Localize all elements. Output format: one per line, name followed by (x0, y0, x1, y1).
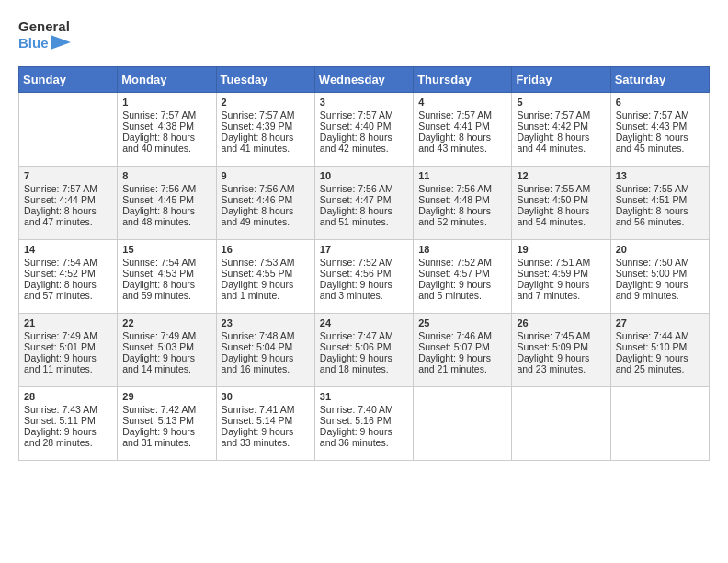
daylight-text: Daylight: 9 hours and 36 minutes. (320, 426, 392, 448)
daylight-text: Daylight: 8 hours and 42 minutes. (320, 132, 392, 154)
daylight-text: Daylight: 8 hours and 44 minutes. (517, 132, 589, 154)
day-number: 5 (517, 97, 605, 108)
day-cell: 23 Sunrise: 7:48 AM Sunset: 5:04 PM Dayl… (216, 314, 314, 387)
day-cell: 19 Sunrise: 7:51 AM Sunset: 4:59 PM Dayl… (512, 240, 610, 314)
day-cell: 4 Sunrise: 7:57 AM Sunset: 4:41 PM Dayli… (414, 93, 512, 167)
day-number: 14 (24, 244, 112, 255)
day-number: 21 (24, 317, 112, 328)
week-row-1: 1 Sunrise: 7:57 AM Sunset: 4:38 PM Dayli… (19, 93, 710, 167)
header-thursday: Thursday (414, 67, 512, 93)
day-number: 19 (517, 244, 605, 255)
day-cell: 11 Sunrise: 7:56 AM Sunset: 4:48 PM Dayl… (414, 167, 512, 240)
day-number: 18 (418, 244, 506, 255)
daylight-text: Daylight: 9 hours and 7 minutes. (517, 279, 589, 301)
day-cell: 13 Sunrise: 7:55 AM Sunset: 4:51 PM Dayl… (610, 167, 709, 240)
sunrise-text: Sunrise: 7:51 AM (517, 257, 590, 268)
day-number: 27 (616, 317, 704, 328)
daylight-text: Daylight: 9 hours and 18 minutes. (320, 352, 392, 374)
day-cell: 20 Sunrise: 7:50 AM Sunset: 5:00 PM Dayl… (610, 240, 709, 314)
sunrise-text: Sunrise: 7:53 AM (222, 257, 295, 268)
day-cell: 18 Sunrise: 7:52 AM Sunset: 4:57 PM Dayl… (414, 240, 512, 314)
day-number: 3 (320, 97, 408, 108)
sunrise-text: Sunrise: 7:44 AM (616, 330, 689, 341)
week-row-2: 7 Sunrise: 7:57 AM Sunset: 4:44 PM Dayli… (19, 167, 710, 240)
daylight-text: Daylight: 9 hours and 5 minutes. (418, 279, 491, 301)
day-cell: 8 Sunrise: 7:56 AM Sunset: 4:45 PM Dayli… (118, 167, 216, 240)
daylight-text: Daylight: 8 hours and 51 minutes. (320, 205, 392, 227)
daylight-text: Daylight: 8 hours and 54 minutes. (517, 205, 589, 227)
day-number: 22 (122, 317, 210, 328)
day-cell: 28 Sunrise: 7:43 AM Sunset: 5:11 PM Dayl… (19, 387, 118, 461)
day-number: 17 (320, 244, 408, 255)
sunset-text: Sunset: 5:13 PM (122, 415, 194, 426)
day-cell: 25 Sunrise: 7:46 AM Sunset: 5:07 PM Dayl… (414, 314, 512, 387)
sunset-text: Sunset: 4:47 PM (320, 194, 392, 205)
day-cell: 16 Sunrise: 7:53 AM Sunset: 4:55 PM Dayl… (216, 240, 314, 314)
day-number: 1 (122, 97, 210, 108)
sunrise-text: Sunrise: 7:52 AM (320, 257, 393, 268)
daylight-text: Daylight: 8 hours and 40 minutes. (122, 132, 195, 154)
sunrise-text: Sunrise: 7:42 AM (122, 404, 196, 415)
daylight-text: Daylight: 9 hours and 23 minutes. (517, 352, 589, 374)
sunrise-text: Sunrise: 7:40 AM (320, 404, 393, 415)
day-cell (414, 387, 512, 461)
daylight-text: Daylight: 9 hours and 28 minutes. (24, 426, 97, 448)
day-number: 15 (122, 244, 210, 255)
day-cell: 14 Sunrise: 7:54 AM Sunset: 4:52 PM Dayl… (19, 240, 118, 314)
sunset-text: Sunset: 5:01 PM (24, 341, 96, 352)
sunrise-text: Sunrise: 7:41 AM (222, 404, 295, 415)
daylight-text: Daylight: 8 hours and 41 minutes. (222, 132, 294, 154)
daylight-text: Daylight: 9 hours and 14 minutes. (122, 352, 195, 374)
day-number: 7 (24, 170, 112, 181)
sunrise-text: Sunrise: 7:57 AM (320, 109, 393, 121)
day-cell: 5 Sunrise: 7:57 AM Sunset: 4:42 PM Dayli… (512, 93, 610, 167)
day-number: 23 (222, 317, 310, 328)
week-row-3: 14 Sunrise: 7:54 AM Sunset: 4:52 PM Dayl… (19, 240, 710, 314)
day-cell (19, 93, 118, 167)
sunrise-text: Sunrise: 7:49 AM (122, 330, 196, 341)
sunrise-text: Sunrise: 7:50 AM (616, 257, 689, 268)
sunset-text: Sunset: 5:06 PM (320, 341, 392, 352)
sunset-text: Sunset: 4:42 PM (517, 121, 588, 132)
day-number: 8 (122, 170, 210, 181)
day-number: 20 (616, 244, 704, 255)
sunset-text: Sunset: 4:39 PM (222, 121, 293, 132)
logo: General Blue (18, 18, 71, 52)
sunrise-text: Sunrise: 7:48 AM (222, 330, 295, 341)
sunrise-text: Sunrise: 7:55 AM (616, 183, 689, 194)
sunset-text: Sunset: 5:04 PM (222, 341, 293, 352)
day-cell: 9 Sunrise: 7:56 AM Sunset: 4:46 PM Dayli… (216, 167, 314, 240)
daylight-text: Daylight: 9 hours and 16 minutes. (222, 352, 294, 374)
sunrise-text: Sunrise: 7:56 AM (320, 183, 393, 194)
day-cell: 2 Sunrise: 7:57 AM Sunset: 4:39 PM Dayli… (216, 93, 314, 167)
sunrise-text: Sunrise: 7:56 AM (222, 183, 295, 194)
sunset-text: Sunset: 4:38 PM (122, 121, 194, 132)
calendar-table: SundayMondayTuesdayWednesdayThursdayFrid… (18, 66, 710, 461)
day-cell (512, 387, 610, 461)
sunset-text: Sunset: 4:55 PM (222, 268, 293, 279)
day-number: 6 (616, 97, 704, 108)
sunrise-text: Sunrise: 7:49 AM (24, 330, 97, 341)
day-cell: 22 Sunrise: 7:49 AM Sunset: 5:03 PM Dayl… (118, 314, 216, 387)
sunrise-text: Sunrise: 7:57 AM (24, 183, 97, 194)
day-cell: 31 Sunrise: 7:40 AM Sunset: 5:16 PM Dayl… (314, 387, 413, 461)
sunset-text: Sunset: 4:57 PM (418, 268, 490, 279)
day-cell: 10 Sunrise: 7:56 AM Sunset: 4:47 PM Dayl… (314, 167, 413, 240)
day-number: 11 (418, 170, 506, 181)
daylight-text: Daylight: 8 hours and 56 minutes. (616, 205, 688, 227)
week-row-5: 28 Sunrise: 7:43 AM Sunset: 5:11 PM Dayl… (19, 387, 710, 461)
daylight-text: Daylight: 8 hours and 49 minutes. (222, 205, 294, 227)
sunset-text: Sunset: 4:46 PM (222, 194, 293, 205)
sunset-text: Sunset: 5:11 PM (24, 415, 96, 426)
sunrise-text: Sunrise: 7:45 AM (517, 330, 590, 341)
sunset-text: Sunset: 5:14 PM (222, 415, 293, 426)
day-cell: 12 Sunrise: 7:55 AM Sunset: 4:50 PM Dayl… (512, 167, 610, 240)
day-number: 24 (320, 317, 408, 328)
day-number: 10 (320, 170, 408, 181)
sunset-text: Sunset: 4:43 PM (616, 121, 688, 132)
day-cell: 26 Sunrise: 7:45 AM Sunset: 5:09 PM Dayl… (512, 314, 610, 387)
sunset-text: Sunset: 4:56 PM (320, 268, 392, 279)
day-number: 2 (222, 97, 310, 108)
daylight-text: Daylight: 9 hours and 25 minutes. (616, 352, 688, 374)
day-number: 26 (517, 317, 605, 328)
